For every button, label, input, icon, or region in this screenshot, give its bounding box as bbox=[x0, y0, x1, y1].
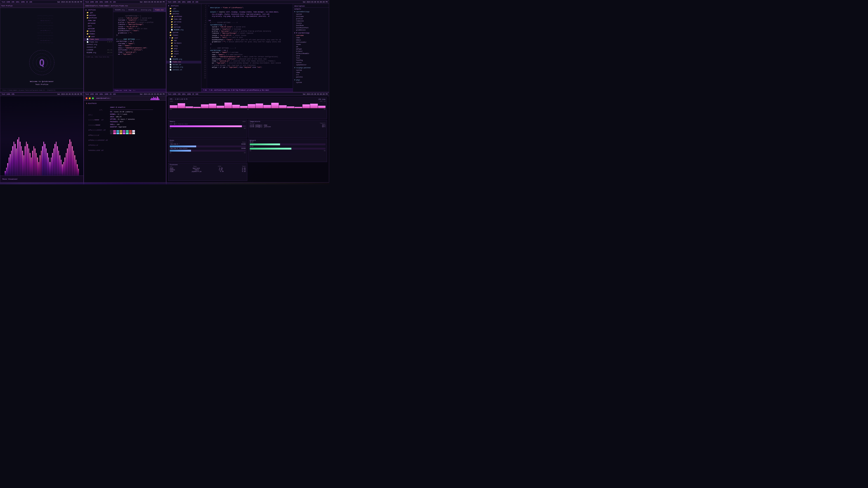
viz-bar-item bbox=[21, 146, 22, 175]
q3-tree-dotfiles[interactable]: ▼ .dotfiles bbox=[166, 5, 201, 7]
q3-tree-themes[interactable]: 📁 themes bbox=[166, 34, 201, 37]
cpu-bar-item bbox=[232, 105, 240, 108]
tree-dotfiles[interactable]: ▶ .dotfiles bbox=[84, 9, 113, 11]
q3-tree-hardware[interactable]: 📁 hardware bbox=[166, 42, 201, 45]
net-scale-end: 0% bbox=[324, 150, 326, 152]
q3-tree-worklab[interactable]: 📁 worklab bbox=[166, 26, 201, 29]
maximize-btn[interactable] bbox=[92, 97, 94, 99]
viz-bar-item bbox=[59, 155, 60, 175]
outline-hostname: hostname bbox=[293, 15, 329, 18]
q3-tree-install-org[interactable]: 📄 install.org bbox=[166, 66, 201, 69]
viz-bar-item bbox=[30, 153, 31, 175]
file-tree: ▶ .dotfiles 📁 .git 📁 patches 📁 profiles … bbox=[84, 8, 113, 92]
sb-time-q6: Sat 2024-03-09 05:06:00 PM bbox=[57, 93, 82, 95]
code-body: 1 2 3 4 5 6 7 8 9 10 11 12 13 14 15 16 1… bbox=[202, 4, 293, 88]
tree-personal[interactable]: personal bbox=[84, 22, 113, 25]
cpu-bar-item bbox=[271, 103, 279, 108]
q3-tree-pkgs[interactable]: 📁 pkgs bbox=[166, 47, 201, 50]
cpu-bar-item bbox=[264, 105, 271, 108]
tree-git[interactable]: 📁 .git bbox=[84, 11, 113, 14]
viz-bar-item bbox=[50, 162, 51, 175]
tree-flake-lock[interactable]: 📄 flake.lock 27.5 K bbox=[84, 38, 113, 41]
viz-bar-item bbox=[6, 168, 7, 175]
active-tab[interactable]: Tech Profile bbox=[1, 5, 12, 7]
nf-uptime: 21 hours 7 minutes bbox=[118, 119, 135, 120]
browser-footer: file:///home/emmet/.browser/Tech/config/… bbox=[0, 88, 84, 92]
q3-tree-install-sh[interactable]: 📄 install.sh bbox=[166, 69, 201, 71]
tab-readme[interactable]: README.org bbox=[113, 8, 127, 12]
mem-used-pct: 95 bbox=[174, 123, 176, 125]
viz-bar-item bbox=[78, 169, 79, 175]
outline-email: email bbox=[293, 39, 329, 41]
tree-install-org[interactable]: install.org bbox=[84, 43, 113, 46]
folder-icon-6: 📁 bbox=[87, 33, 89, 35]
q3-tree-app[interactable]: 📁 app bbox=[166, 39, 201, 42]
tree-readme[interactable]: README.org 34.8 K bbox=[84, 52, 113, 54]
neofetch-command: $ distfetch bbox=[86, 102, 164, 105]
outline-userSettings: ▼ ▼ userSettings bbox=[293, 32, 329, 34]
tree-user[interactable]: ▶ 📁 user bbox=[84, 35, 113, 38]
tree-profiles[interactable]: 📁 profiles bbox=[84, 17, 113, 20]
q3-tree-readme-profiles[interactable]: 📄 README.org bbox=[166, 29, 201, 31]
q3-tree-style[interactable]: 📁 style bbox=[166, 53, 201, 55]
q3-tree-profiles[interactable]: ▼ 📁 profiles bbox=[166, 15, 201, 18]
tree-install-sh[interactable]: install.sh bbox=[84, 46, 113, 49]
cpu-graph bbox=[170, 103, 326, 108]
q3-tree-personal[interactable]: 📁 personal bbox=[166, 21, 201, 24]
outline-dotfilesDir: dotfilesDir bbox=[293, 41, 329, 43]
disk-size-2: 304GB bbox=[241, 148, 246, 149]
fm-body: ▶ .dotfiles 📁 .git 📁 patches 📁 profiles … bbox=[84, 8, 166, 92]
q3-tree-system[interactable]: 📁 system bbox=[166, 31, 201, 34]
grid-line-vertical-2 bbox=[166, 0, 166, 184]
tree-item-flake-nix: flake.nix bbox=[89, 41, 98, 43]
tab-desktop[interactable]: desktop.png bbox=[139, 8, 153, 12]
outline-bootMountPath: bootMountPath bbox=[293, 27, 329, 29]
tree-worklab[interactable]: worklab bbox=[84, 28, 113, 30]
q3-tree-harden[interactable]: 📄 harden.sh bbox=[166, 64, 201, 66]
q3-tree-homelab[interactable]: 📁 home.lab bbox=[166, 18, 201, 21]
net-val-2: 54.8 bbox=[250, 146, 253, 147]
q3-tree-shell[interactable]: 📁 shell bbox=[166, 50, 201, 53]
tab-readme-md[interactable]: README.md bbox=[127, 8, 139, 12]
tree-flake-nix[interactable]: 📄 flake.nix 2.26 K bbox=[84, 41, 113, 43]
viz-bar-item bbox=[61, 160, 62, 175]
outline-pkgs-system: system bbox=[293, 81, 329, 84]
processes-title: Processes bbox=[170, 164, 178, 166]
q3-tree-wm[interactable]: 📁 wm bbox=[166, 55, 201, 58]
q3-tree-outputs[interactable]: 📁 outputs bbox=[166, 10, 201, 13]
file-icon-1: 📄 bbox=[87, 38, 89, 41]
tree-themes[interactable]: 📁 themes bbox=[84, 33, 113, 35]
close-btn[interactable] bbox=[86, 97, 88, 99]
viz-bar-item bbox=[33, 146, 34, 175]
sb-tech-q2: Tech 100% bbox=[85, 1, 94, 3]
disk-row-1: /dev/dm-0 / 304GB bbox=[170, 143, 246, 145]
mem-label: RAM: bbox=[170, 123, 173, 125]
nf-packages-line: PACKAGES: 3577 bbox=[110, 121, 164, 123]
proc-pid-2: 550631 bbox=[170, 169, 175, 171]
tree-system[interactable]: 📁 system bbox=[84, 30, 113, 33]
tree-homelab[interactable]: home.lab bbox=[84, 20, 113, 22]
welcome-text: Welcome to Qutebrowser bbox=[30, 80, 54, 83]
minimize-btn[interactable] bbox=[89, 97, 91, 99]
tree-item-worklab: worklab bbox=[88, 28, 94, 30]
q3-tree-lang[interactable]: 📁 lang bbox=[166, 45, 201, 47]
nf-user: emmet @ snowfire bbox=[110, 106, 125, 108]
q3-tree-user[interactable]: ▼ 📁 user bbox=[166, 37, 201, 39]
q3-tree-readme-root[interactable]: 📄 README.org bbox=[166, 58, 201, 61]
nf-kernel: 6.7.7-zen1 bbox=[118, 113, 127, 115]
q3-tree-patches[interactable]: 📁 patches bbox=[166, 13, 201, 15]
q3-tree-work[interactable]: 📁 work bbox=[166, 24, 201, 26]
cpu-avg: AVG: 10 bbox=[320, 101, 326, 102]
tree-license[interactable]: LICENSE 34.2 K bbox=[84, 49, 113, 52]
viz-bar-item bbox=[29, 149, 29, 175]
q3-tree-git[interactable]: 📁 .git bbox=[166, 7, 201, 10]
tab-flake-nix[interactable]: flake.nix bbox=[153, 8, 166, 12]
tree-item-install-org: install.org bbox=[87, 43, 97, 46]
q3-tree-flake-nix[interactable]: 📄 flake.nix bbox=[166, 61, 201, 64]
cpu-percent-labels: 100% AVG: 10 bbox=[170, 101, 326, 102]
tree-work[interactable]: work bbox=[84, 25, 113, 28]
disk-scale-end: 0% bbox=[244, 152, 246, 154]
tree-patches[interactable]: 📁 patches bbox=[84, 14, 113, 17]
sb-10s-q2: 10S bbox=[113, 1, 116, 3]
svg-text:Q: Q bbox=[39, 58, 44, 68]
